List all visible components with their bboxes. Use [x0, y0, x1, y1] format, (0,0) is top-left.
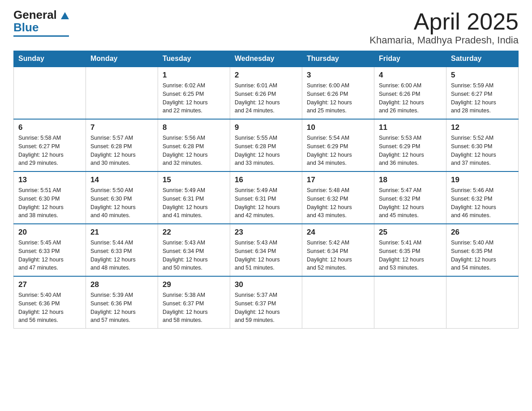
- calendar-cell: 6Sunrise: 5:58 AMSunset: 6:27 PMDaylight…: [14, 119, 86, 171]
- calendar-cell: 28Sunrise: 5:39 AMSunset: 6:36 PMDayligh…: [86, 276, 158, 329]
- day-info: Sunrise: 5:54 AMSunset: 6:29 PMDaylight:…: [307, 134, 369, 167]
- day-number: 28: [90, 280, 153, 289]
- calendar-cell: 30Sunrise: 5:37 AMSunset: 6:37 PMDayligh…: [230, 276, 302, 329]
- calendar-week-row: 27Sunrise: 5:40 AMSunset: 6:36 PMDayligh…: [14, 276, 519, 329]
- calendar-cell: 1Sunrise: 6:02 AMSunset: 6:25 PMDaylight…: [158, 67, 230, 119]
- calendar-cell: 8Sunrise: 5:56 AMSunset: 6:28 PMDaylight…: [158, 119, 230, 171]
- day-number: 5: [451, 71, 514, 80]
- day-number: 29: [163, 280, 225, 289]
- calendar-body: 1Sunrise: 6:02 AMSunset: 6:25 PMDaylight…: [14, 67, 519, 329]
- calendar-cell: 4Sunrise: 6:00 AMSunset: 6:26 PMDaylight…: [374, 67, 446, 119]
- day-number: 3: [307, 71, 369, 80]
- logo-text: General: [13, 9, 69, 21]
- day-info: Sunrise: 5:56 AMSunset: 6:28 PMDaylight:…: [163, 134, 225, 167]
- day-info: Sunrise: 5:43 AMSunset: 6:34 PMDaylight:…: [235, 239, 297, 272]
- calendar-cell: 9Sunrise: 5:55 AMSunset: 6:28 PMDaylight…: [230, 119, 302, 171]
- day-number: 27: [18, 280, 81, 289]
- day-number: 1: [163, 71, 225, 80]
- calendar-cell: 29Sunrise: 5:38 AMSunset: 6:37 PMDayligh…: [158, 276, 230, 329]
- day-info: Sunrise: 5:38 AMSunset: 6:37 PMDaylight:…: [163, 291, 225, 325]
- day-number: 14: [90, 176, 153, 184]
- calendar-week-row: 6Sunrise: 5:58 AMSunset: 6:27 PMDaylight…: [14, 119, 519, 171]
- calendar-cell: 24Sunrise: 5:42 AMSunset: 6:34 PMDayligh…: [302, 224, 374, 276]
- calendar-cell: 3Sunrise: 6:00 AMSunset: 6:26 PMDaylight…: [302, 67, 374, 119]
- day-info: Sunrise: 5:44 AMSunset: 6:33 PMDaylight:…: [90, 239, 153, 272]
- calendar-cell: 15Sunrise: 5:49 AMSunset: 6:31 PMDayligh…: [158, 171, 230, 224]
- calendar-cell: 10Sunrise: 5:54 AMSunset: 6:29 PMDayligh…: [302, 119, 374, 171]
- day-number: 2: [235, 71, 297, 80]
- day-info: Sunrise: 5:41 AMSunset: 6:35 PMDaylight:…: [379, 239, 442, 272]
- calendar-cell: 12Sunrise: 5:52 AMSunset: 6:30 PMDayligh…: [446, 119, 519, 171]
- day-number: 23: [235, 228, 297, 237]
- calendar-table: SundayMondayTuesdayWednesdayThursdayFrid…: [13, 51, 519, 329]
- day-info: Sunrise: 5:46 AMSunset: 6:32 PMDaylight:…: [451, 186, 514, 220]
- day-number: 4: [379, 71, 442, 80]
- day-of-week-header: Wednesday: [230, 51, 302, 67]
- day-info: Sunrise: 6:00 AMSunset: 6:26 PMDaylight:…: [379, 81, 442, 115]
- day-number: 8: [163, 123, 225, 132]
- day-of-week-header: Saturday: [446, 51, 519, 67]
- day-number: 12: [451, 123, 514, 132]
- day-number: 15: [163, 176, 225, 184]
- calendar-cell: 18Sunrise: 5:47 AMSunset: 6:32 PMDayligh…: [374, 171, 446, 224]
- calendar-cell: 13Sunrise: 5:51 AMSunset: 6:30 PMDayligh…: [14, 171, 86, 224]
- page-title: April 2025: [369, 9, 519, 34]
- calendar-cell: 7Sunrise: 5:57 AMSunset: 6:28 PMDaylight…: [86, 119, 158, 171]
- logo-blue: Blue: [13, 21, 39, 34]
- calendar-cell: [446, 276, 519, 329]
- calendar-week-row: 20Sunrise: 5:45 AMSunset: 6:33 PMDayligh…: [14, 224, 519, 276]
- calendar-cell: 25Sunrise: 5:41 AMSunset: 6:35 PMDayligh…: [374, 224, 446, 276]
- day-info: Sunrise: 5:58 AMSunset: 6:27 PMDaylight:…: [18, 134, 81, 167]
- day-number: 13: [18, 176, 81, 184]
- day-of-week-header: Sunday: [14, 51, 86, 67]
- logo-underline: [13, 35, 69, 37]
- calendar-cell: [374, 276, 446, 329]
- calendar-cell: 22Sunrise: 5:43 AMSunset: 6:34 PMDayligh…: [158, 224, 230, 276]
- day-info: Sunrise: 5:49 AMSunset: 6:31 PMDaylight:…: [163, 186, 225, 220]
- day-info: Sunrise: 5:43 AMSunset: 6:34 PMDaylight:…: [163, 239, 225, 272]
- day-info: Sunrise: 5:55 AMSunset: 6:28 PMDaylight:…: [235, 134, 297, 167]
- day-number: 26: [451, 228, 514, 237]
- calendar-cell: 5Sunrise: 5:59 AMSunset: 6:27 PMDaylight…: [446, 67, 519, 119]
- logo: General Blue: [13, 9, 69, 37]
- day-info: Sunrise: 6:01 AMSunset: 6:26 PMDaylight:…: [235, 81, 297, 115]
- calendar-cell: 27Sunrise: 5:40 AMSunset: 6:36 PMDayligh…: [14, 276, 86, 329]
- day-info: Sunrise: 5:51 AMSunset: 6:30 PMDaylight:…: [18, 186, 81, 220]
- calendar-cell: 16Sunrise: 5:49 AMSunset: 6:31 PMDayligh…: [230, 171, 302, 224]
- day-number: 25: [379, 228, 442, 237]
- day-number: 18: [379, 176, 442, 184]
- calendar-cell: 11Sunrise: 5:53 AMSunset: 6:29 PMDayligh…: [374, 119, 446, 171]
- day-info: Sunrise: 5:48 AMSunset: 6:32 PMDaylight:…: [307, 186, 369, 220]
- day-of-week-header: Monday: [86, 51, 158, 67]
- day-number: 6: [18, 123, 81, 132]
- day-number: 30: [235, 280, 297, 289]
- day-info: Sunrise: 5:49 AMSunset: 6:31 PMDaylight:…: [235, 186, 297, 220]
- day-info: Sunrise: 5:47 AMSunset: 6:32 PMDaylight:…: [379, 186, 442, 220]
- day-number: 16: [235, 176, 297, 184]
- calendar-cell: 19Sunrise: 5:46 AMSunset: 6:32 PMDayligh…: [446, 171, 519, 224]
- day-of-week-header: Friday: [374, 51, 446, 67]
- day-info: Sunrise: 5:53 AMSunset: 6:29 PMDaylight:…: [379, 134, 442, 167]
- svg-marker-0: [61, 12, 69, 19]
- day-info: Sunrise: 5:50 AMSunset: 6:30 PMDaylight:…: [90, 186, 153, 220]
- day-info: Sunrise: 6:02 AMSunset: 6:25 PMDaylight:…: [163, 81, 225, 115]
- day-number: 11: [379, 123, 442, 132]
- calendar-cell: 23Sunrise: 5:43 AMSunset: 6:34 PMDayligh…: [230, 224, 302, 276]
- day-number: 22: [163, 228, 225, 237]
- calendar-cell: 26Sunrise: 5:40 AMSunset: 6:35 PMDayligh…: [446, 224, 519, 276]
- day-info: Sunrise: 5:39 AMSunset: 6:36 PMDaylight:…: [90, 291, 153, 325]
- day-number: 9: [235, 123, 297, 132]
- day-info: Sunrise: 5:42 AMSunset: 6:34 PMDaylight:…: [307, 239, 369, 272]
- day-number: 24: [307, 228, 369, 237]
- calendar-week-row: 13Sunrise: 5:51 AMSunset: 6:30 PMDayligh…: [14, 171, 519, 224]
- day-of-week-header: Thursday: [302, 51, 374, 67]
- day-number: 17: [307, 176, 369, 184]
- calendar-cell: [86, 67, 158, 119]
- page-header: General Blue April 2025 Khamaria, Madhya…: [13, 9, 519, 46]
- calendar-header: SundayMondayTuesdayWednesdayThursdayFrid…: [14, 51, 519, 67]
- calendar-cell: 2Sunrise: 6:01 AMSunset: 6:26 PMDaylight…: [230, 67, 302, 119]
- day-info: Sunrise: 5:52 AMSunset: 6:30 PMDaylight:…: [451, 134, 514, 167]
- day-info: Sunrise: 5:40 AMSunset: 6:36 PMDaylight:…: [18, 291, 81, 325]
- calendar-cell: [14, 67, 86, 119]
- day-number: 20: [18, 228, 81, 237]
